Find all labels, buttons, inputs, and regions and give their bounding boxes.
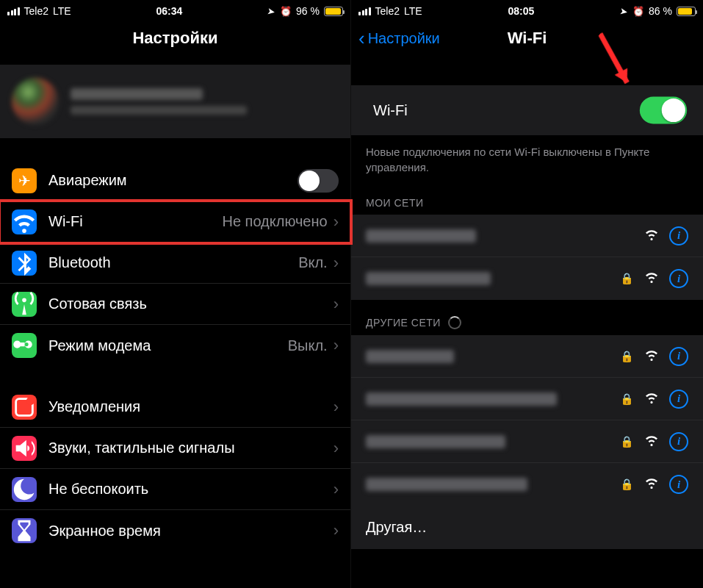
battery-icon bbox=[677, 7, 696, 16]
battery-percent: 96 % bbox=[296, 5, 320, 17]
network-row[interactable]: 🔒 i bbox=[351, 378, 703, 420]
info-button[interactable]: i bbox=[669, 226, 688, 245]
wifi-row[interactable]: Wi-Fi Не подключено › bbox=[0, 201, 350, 243]
chevron-left-icon: ‹ bbox=[358, 29, 365, 48]
battery-icon bbox=[324, 7, 343, 16]
network-row[interactable]: 🔒 i bbox=[351, 335, 703, 378]
other-network-row[interactable]: Другая… bbox=[351, 506, 703, 549]
notifications-row[interactable]: Уведомления › bbox=[0, 387, 350, 428]
alarm-icon: ⏰ bbox=[632, 6, 644, 17]
network-name-redacted bbox=[366, 229, 476, 243]
dnd-icon bbox=[12, 477, 37, 502]
carrier-label: Tele2 bbox=[24, 5, 48, 17]
other-networks-header: ДРУГИЕ СЕТИ bbox=[351, 300, 703, 335]
network-row[interactable]: 🔒 i bbox=[351, 420, 703, 463]
network-name-redacted bbox=[366, 435, 505, 448]
network-row[interactable]: 🔒 i bbox=[351, 463, 703, 506]
airplane-mode-toggle[interactable] bbox=[298, 169, 339, 193]
profile-text-redacted bbox=[71, 88, 247, 115]
airplane-mode-label: Авиарежим bbox=[48, 172, 298, 189]
hotspot-icon bbox=[12, 333, 37, 358]
network-name-redacted bbox=[366, 350, 454, 363]
nav-bar: Настройки bbox=[0, 21, 350, 56]
page-title: Настройки bbox=[132, 29, 217, 48]
wifi-screen: Tele2 LTE 08:05 ➤ ⏰ 86 % ‹ Настройки Wi-… bbox=[351, 0, 703, 588]
wifi-master-label: Wi-Fi bbox=[373, 102, 408, 119]
clock: 06:34 bbox=[156, 5, 182, 17]
wifi-note: Новые подключения по сети Wi-Fi выключен… bbox=[351, 135, 703, 181]
settings-group-connectivity: Авиарежим Wi-Fi Не подключено › Bluetoot… bbox=[0, 160, 350, 366]
other-network-label: Другая… bbox=[366, 519, 427, 535]
chevron-right-icon: › bbox=[334, 254, 339, 273]
info-button[interactable]: i bbox=[669, 432, 688, 451]
page-title: Wi-Fi bbox=[508, 29, 547, 48]
chevron-right-icon: › bbox=[334, 439, 339, 458]
screentime-icon bbox=[12, 518, 37, 543]
network-type: LTE bbox=[404, 5, 422, 17]
lock-icon: 🔒 bbox=[620, 272, 634, 285]
back-label: Настройки bbox=[368, 30, 440, 47]
sounds-icon bbox=[12, 436, 37, 461]
status-bar: Tele2 LTE 06:34 ➤ ⏰ 96 % bbox=[0, 0, 350, 21]
svg-point-1 bbox=[26, 396, 35, 404]
location-icon: ➤ bbox=[267, 5, 276, 18]
avatar bbox=[12, 78, 59, 125]
hotspot-label: Режим модема bbox=[48, 337, 288, 354]
network-name-redacted bbox=[366, 392, 557, 406]
cellular-icon bbox=[12, 292, 37, 317]
chevron-right-icon: › bbox=[334, 336, 339, 355]
chevron-right-icon: › bbox=[334, 398, 339, 417]
my-networks-list: i 🔒 i bbox=[351, 215, 703, 300]
network-name-redacted bbox=[366, 478, 527, 491]
chevron-right-icon: › bbox=[334, 480, 339, 499]
info-button[interactable]: i bbox=[669, 390, 688, 409]
wifi-value: Не подключено bbox=[222, 213, 327, 230]
sounds-label: Звуки, тактильные сигналы bbox=[48, 440, 334, 456]
alarm-icon: ⏰ bbox=[280, 6, 292, 17]
battery-percent: 86 % bbox=[649, 5, 672, 17]
settings-group-system: Уведомления › Звуки, тактильные сигналы … bbox=[0, 387, 350, 551]
airplane-mode-row[interactable]: Авиарежим bbox=[0, 160, 350, 201]
bluetooth-row[interactable]: Bluetooth Вкл. › bbox=[0, 243, 350, 284]
hotspot-row[interactable]: Режим модема Выкл. › bbox=[0, 325, 350, 366]
location-icon: ➤ bbox=[619, 5, 629, 18]
apple-id-row[interactable] bbox=[0, 65, 350, 138]
wifi-signal-icon bbox=[644, 477, 659, 492]
network-type: LTE bbox=[53, 5, 71, 17]
carrier-label: Tele2 bbox=[375, 5, 400, 17]
wifi-label: Wi-Fi bbox=[48, 213, 222, 230]
wifi-signal-icon bbox=[644, 229, 659, 243]
notifications-icon bbox=[12, 395, 37, 420]
clock: 08:05 bbox=[508, 5, 534, 17]
wifi-master-toggle[interactable] bbox=[640, 97, 687, 124]
wifi-master-row: Wi-Fi bbox=[351, 85, 703, 135]
signal-icon bbox=[358, 7, 371, 15]
cellular-row[interactable]: Сотовая связь › bbox=[0, 284, 350, 325]
status-bar: Tele2 LTE 08:05 ➤ ⏰ 86 % bbox=[351, 0, 703, 21]
bluetooth-label: Bluetooth bbox=[48, 254, 298, 271]
screentime-row[interactable]: Экранное время › bbox=[0, 510, 350, 551]
signal-icon bbox=[7, 7, 20, 15]
wifi-signal-icon bbox=[644, 349, 659, 364]
notifications-label: Уведомления bbox=[48, 398, 334, 415]
info-button[interactable]: i bbox=[669, 269, 688, 288]
dnd-row[interactable]: Не беспокоить › bbox=[0, 469, 350, 510]
sounds-row[interactable]: Звуки, тактильные сигналы › bbox=[0, 428, 350, 469]
settings-screen: Tele2 LTE 06:34 ➤ ⏰ 96 % Настройки Авиар… bbox=[0, 0, 351, 588]
lock-icon: 🔒 bbox=[620, 350, 634, 363]
wifi-icon bbox=[12, 209, 37, 234]
network-name-redacted bbox=[366, 272, 491, 285]
bluetooth-icon bbox=[12, 251, 37, 276]
dnd-label: Не беспокоить bbox=[48, 481, 334, 498]
info-button[interactable]: i bbox=[669, 475, 688, 494]
lock-icon: 🔒 bbox=[620, 435, 634, 448]
info-button[interactable]: i bbox=[669, 347, 688, 366]
wifi-signal-icon bbox=[644, 392, 659, 406]
chevron-right-icon: › bbox=[334, 212, 339, 232]
my-networks-header: МОИ СЕТИ bbox=[351, 181, 703, 215]
back-button[interactable]: ‹ Настройки bbox=[358, 29, 440, 48]
loading-spinner-icon bbox=[448, 316, 461, 329]
network-row[interactable]: 🔒 i bbox=[351, 257, 703, 300]
network-row[interactable]: i bbox=[351, 215, 703, 257]
bluetooth-value: Вкл. bbox=[298, 254, 328, 271]
